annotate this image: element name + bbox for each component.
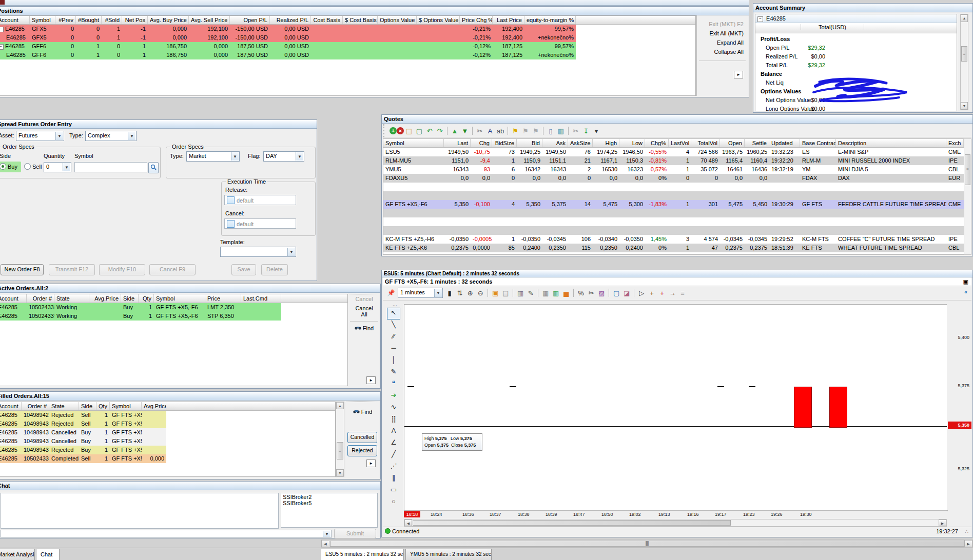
ellipse-tool-icon[interactable]: ○: [387, 496, 400, 508]
vertical-line-tool-icon[interactable]: │: [387, 355, 400, 367]
trend-line-tool-icon[interactable]: ╲: [387, 319, 400, 331]
column-header[interactable]: Open: [720, 139, 745, 147]
column-header[interactable]: Symbol: [110, 402, 142, 410]
angle-tool-icon[interactable]: ∠: [387, 437, 400, 449]
buy-radio[interactable]: Buy: [0, 162, 21, 172]
column-header[interactable]: Avg. Sell Price: [189, 16, 230, 24]
table-row[interactable]: E46285104989436RejectedBuy1GF FTS +X5,-F…: [0, 446, 166, 454]
price-axis[interactable]: 5,400 5,375 5,350 5,325: [947, 304, 971, 510]
grid-dots-tool-icon[interactable]: ⣿: [387, 414, 400, 426]
gann-line-tool-icon[interactable]: ╱: [387, 449, 400, 461]
rename-icon[interactable]: ab: [495, 126, 505, 136]
cursor-tool-icon[interactable]: ↖: [387, 308, 400, 319]
column-header[interactable]: Low: [619, 139, 645, 147]
column-header[interactable]: BidSize: [492, 139, 517, 147]
cancelled-filter-button[interactable]: Cancelled: [347, 432, 377, 443]
redo-icon[interactable]: ↷: [435, 126, 445, 136]
disk-icon[interactable]: ▥: [515, 288, 526, 298]
dropdown-icon[interactable]: ▾: [591, 126, 601, 136]
note-tool-icon[interactable]: ✎: [387, 367, 400, 378]
curve-tool-icon[interactable]: ∿: [387, 402, 400, 414]
arrow-tool-icon[interactable]: ➔: [387, 390, 400, 402]
column-header[interactable]: State: [49, 402, 79, 410]
table-row[interactable]: FDAXU50,00,000,00,000,00,00%000,00,0FDAX…: [383, 174, 964, 183]
delete-button[interactable]: Delete: [261, 264, 288, 275]
column-header[interactable]: Account: [0, 294, 27, 303]
column-header[interactable]: Last.Cmd: [241, 294, 281, 303]
menu-icon[interactable]: ≡: [677, 288, 688, 298]
candle-icon[interactable]: ▮: [444, 288, 455, 298]
panel-expander-icon[interactable]: ▸: [366, 459, 376, 467]
symbol-search-button[interactable]: [148, 162, 159, 173]
up-icon[interactable]: ▲: [450, 126, 460, 136]
cancel-all-action[interactable]: Cancel All: [349, 304, 379, 319]
chat-participants-list[interactable]: SSIBroker2SSIBroker5: [281, 493, 378, 528]
release-field[interactable]: default: [224, 195, 296, 205]
panel-expander-icon[interactable]: ▸: [366, 376, 376, 384]
symbol-input[interactable]: [74, 162, 147, 172]
table-row[interactable]: GF FTS +X5,-F65,350-0,10045,3505,375145,…: [383, 200, 964, 209]
chat-participant[interactable]: SSIBroker5: [283, 500, 376, 506]
sell-radio[interactable]: Sell: [24, 163, 42, 170]
table-row[interactable]: −E46285GFF60101186,7500,000187,50 USD0,0…: [0, 42, 576, 51]
column-header[interactable]: LastVol: [669, 139, 691, 147]
quotes-titlebar[interactable]: Quotes: [382, 115, 972, 124]
table-row[interactable]: RLM-MU51151,0-9,411150,91151,1211167,111…: [383, 156, 964, 165]
column-header[interactable]: Updated: [769, 139, 800, 147]
select-icon[interactable]: ▢: [414, 126, 424, 136]
pointer-icon[interactable]: ▷: [636, 288, 647, 298]
checkbox-icon[interactable]: [227, 196, 235, 204]
zoom-in-icon[interactable]: ⊕: [465, 288, 475, 298]
crosshair-red-icon[interactable]: +: [657, 288, 667, 298]
pencil-icon[interactable]: ✎: [526, 288, 536, 298]
column-header[interactable]: #Sold: [102, 16, 122, 24]
column-header[interactable]: Last Price: [493, 16, 524, 24]
bell-find-icon[interactable]: ⚑: [531, 126, 541, 136]
font-icon[interactable]: A: [485, 126, 495, 136]
column-header[interactable]: Avg.Price: [89, 294, 121, 303]
chart-window-titlebar[interactable]: ESU5: 5 minutes (Chart Default) : 2 minu…: [382, 270, 972, 277]
column-header[interactable]: Realized P/L: [270, 16, 311, 24]
updown-icon[interactable]: ⇅: [455, 288, 465, 298]
down-icon[interactable]: ▼: [460, 126, 470, 136]
callout-tool-icon[interactable]: ❝: [387, 378, 400, 390]
chart-bars-icon[interactable]: ▅: [561, 288, 571, 298]
column-header[interactable]: Ask: [542, 139, 568, 147]
filled-orders-titlebar[interactable]: Filled Orders.All:15: [0, 392, 380, 401]
bell-add-icon[interactable]: ⚑: [510, 126, 520, 136]
table-row[interactable]: E46285GFF60101186,7500,000187,50 USD0,00…: [0, 51, 576, 59]
table-row[interactable]: [383, 191, 964, 200]
cancel-order-action[interactable]: Cancel: [349, 294, 379, 304]
column-header[interactable]: Cost Basis: [311, 16, 343, 24]
chart-h-scrollbar[interactable]: ◀ ▶: [404, 519, 947, 527]
tab-chat[interactable]: Chat: [36, 549, 60, 560]
column-header[interactable]: High: [593, 139, 619, 147]
flag-select[interactable]: DAY▼: [263, 151, 304, 162]
column-header[interactable]: Side: [121, 294, 139, 303]
filled-orders-scrollbar[interactable]: ▲ ≡ ▼: [336, 402, 344, 477]
table-row[interactable]: KC-M FTS +Z5,-H6-0,0350-0,00051-0,0350-0…: [383, 235, 964, 244]
table-row[interactable]: YMU516343-936163421634321653016323-0,57%…: [383, 165, 964, 174]
column-header[interactable]: Base Contract: [800, 139, 836, 147]
time-axis[interactable]: 18:1818:2418:3618:3718:3818:3918:4718:50…: [404, 510, 947, 519]
parallel-lines-tool-icon[interactable]: ∥: [387, 473, 400, 485]
tools-icon[interactable]: ✂: [475, 126, 485, 136]
column-header[interactable]: Symbol: [30, 16, 55, 24]
table-row[interactable]: E46285104989431RejectedSell1GF FTS +X5,-…: [0, 419, 166, 428]
export-icon[interactable]: ↧: [581, 126, 591, 136]
order-type-select[interactable]: Complex▼: [85, 131, 137, 141]
chart-plot-area[interactable]: High 5,375 Low 5,375 Open 5,375 Close 5,…: [404, 304, 948, 511]
column-header[interactable]: Qty: [96, 402, 110, 410]
order-entry-titlebar[interactable]: Spread Futures Order Entry: [0, 120, 317, 129]
column-header[interactable]: Price: [205, 294, 241, 303]
column-header[interactable]: Order #: [27, 294, 54, 303]
document-icon[interactable]: ▤: [500, 288, 511, 298]
column-header[interactable]: Price Chg %: [460, 16, 493, 24]
workspace-h-scrollbar[interactable]: ◀ ▐▌ ▶: [321, 539, 973, 548]
column-header[interactable]: $ Options Value: [417, 16, 460, 24]
column-header[interactable]: Chg: [471, 139, 492, 147]
zoom-out-icon[interactable]: ⊖: [475, 288, 485, 298]
restore-window-icon[interactable]: ▣: [963, 278, 968, 285]
eraser-icon[interactable]: ◪: [621, 288, 632, 298]
column-header[interactable]: AskSize: [568, 139, 593, 147]
